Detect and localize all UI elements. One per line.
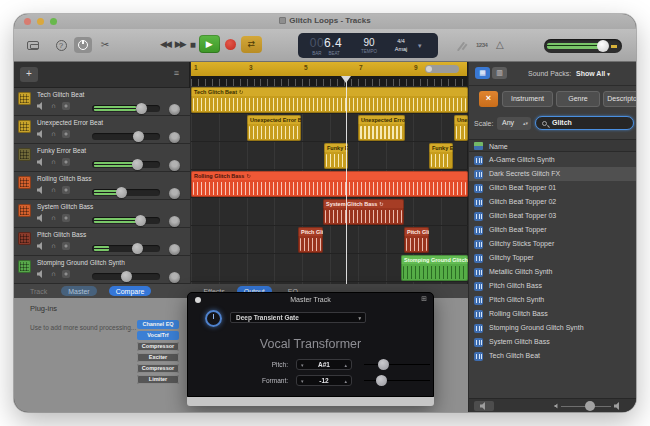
stepper-up-icon[interactable]: ▴ xyxy=(344,378,347,384)
ruler-scroll-handle[interactable] xyxy=(425,65,459,73)
monitor-icon[interactable] xyxy=(62,130,70,138)
mute-icon[interactable] xyxy=(37,102,45,110)
beat-ruler[interactable] xyxy=(191,76,467,86)
track-row[interactable]: System Glitch Bass ∩ xyxy=(14,200,190,228)
pan-knob[interactable] xyxy=(169,272,180,283)
stepper-down-icon[interactable]: ▾ xyxy=(301,362,304,368)
audio-region[interactable]: Tech Glitch Beat↻ xyxy=(191,87,468,113)
track-row[interactable]: Pitch Glitch Bass ∩ xyxy=(14,228,190,256)
loop-item[interactable]: Stomping Ground Glitch Synth xyxy=(469,321,636,335)
master-volume-knob[interactable] xyxy=(597,40,609,52)
plugin-slot-channel-eq[interactable]: Channel EQ xyxy=(137,320,179,329)
cycle-button[interactable]: ⇄ xyxy=(241,36,262,53)
pan-knob[interactable] xyxy=(169,104,180,115)
track-row[interactable]: Stomping Ground Glitch Synth ∩ xyxy=(14,256,190,284)
track-lane[interactable]: System Glitch Bass↻ xyxy=(191,198,468,226)
formant-stepper[interactable]: ▾-12▴ xyxy=(296,375,352,386)
metronome-icon[interactable]: △ xyxy=(496,39,504,50)
loop-item[interactable]: Glitch Beat Topper xyxy=(469,223,636,237)
formant-slider-knob[interactable] xyxy=(376,375,387,386)
cycle-ruler[interactable]: 1 3 5 7 9 xyxy=(191,62,467,76)
mute-icon[interactable] xyxy=(37,242,45,250)
monitor-icon[interactable] xyxy=(62,158,70,166)
volume-slider[interactable] xyxy=(92,161,160,168)
loop-item[interactable]: Tech Glitch Beat xyxy=(469,349,636,363)
scale-dropdown[interactable]: Any▴▾ xyxy=(497,117,531,130)
volume-slider[interactable] xyxy=(92,273,160,280)
track-row[interactable]: Funky Error Beat ∩ xyxy=(14,144,190,172)
solo-icon[interactable]: ∩ xyxy=(51,130,56,138)
preview-mute-button[interactable] xyxy=(474,401,494,411)
lcd-display[interactable]: 006.4 BARBEAT 90 TEMPO 4/4 Amaj ▾ xyxy=(298,33,438,58)
stepper-up-icon[interactable]: ▴ xyxy=(344,362,347,368)
name-column-header[interactable]: Name xyxy=(489,143,508,150)
tab-track[interactable]: Track xyxy=(30,288,47,295)
audio-region[interactable]: Pitch Glitch Bass xyxy=(298,227,323,253)
tab-master[interactable]: Master xyxy=(61,286,96,296)
pitch-slider-knob[interactable] xyxy=(378,359,389,370)
track-row[interactable]: Tech Glitch Beat ∩ xyxy=(14,88,190,116)
pan-knob[interactable] xyxy=(169,216,180,227)
quick-help-button[interactable]: ? xyxy=(52,37,70,53)
plugin-power-button[interactable] xyxy=(205,310,222,327)
audio-region[interactable]: Stomping Ground Glitch Synth xyxy=(401,255,468,281)
mixer-icon[interactable]: ≡ xyxy=(174,68,179,78)
loop-list-header[interactable]: Name xyxy=(469,139,636,152)
pan-knob[interactable] xyxy=(169,132,180,143)
preview-volume-knob[interactable] xyxy=(585,401,595,411)
monitor-icon[interactable] xyxy=(62,186,70,194)
track-row[interactable]: Rolling Glitch Bass ∩ xyxy=(14,172,190,200)
plugin-slot-exciter[interactable]: Exciter xyxy=(137,353,179,362)
volume-slider[interactable] xyxy=(92,217,160,224)
forward-button[interactable]: ▶▶ xyxy=(175,39,185,49)
lcd-chevron-icon[interactable]: ▾ xyxy=(418,42,432,50)
audio-region[interactable]: Unexpected Error Beat xyxy=(247,115,301,141)
track-lane[interactable]: Unexpected Error Beat Unexpected Error B… xyxy=(191,114,468,142)
tab-descriptors[interactable]: Descriptors xyxy=(603,91,636,107)
tuner-icon[interactable] xyxy=(457,42,465,52)
audio-region[interactable]: Pitch Glitch Bass xyxy=(404,227,429,253)
mute-icon[interactable] xyxy=(37,130,45,138)
loop-item[interactable]: Glitchy Topper xyxy=(469,251,636,265)
track-lane[interactable]: Stomping Ground Glitch Synth xyxy=(191,254,468,282)
loop-item[interactable]: Rolling Glitch Bass xyxy=(469,307,636,321)
plugin-slot-compressor2[interactable]: Compressor xyxy=(137,364,179,373)
volume-knob[interactable] xyxy=(135,215,146,226)
audio-region[interactable]: Funky Error Beat xyxy=(324,143,348,169)
loop-item[interactable]: Glitch Beat Topper 01 xyxy=(469,181,636,195)
solo-icon[interactable]: ∩ xyxy=(51,186,56,194)
monitor-icon[interactable] xyxy=(62,214,70,222)
loop-item[interactable]: A-Game Glitch Synth xyxy=(469,153,636,167)
audio-region[interactable]: System Glitch Bass↻ xyxy=(323,199,404,225)
track-lane[interactable]: Pitch Glitch Bass Pitch Glitch Bass xyxy=(191,226,468,254)
sound-packs-dropdown[interactable]: Show All ▾ xyxy=(576,70,610,77)
loop-search-field[interactable]: Glitch xyxy=(535,116,634,130)
track-row[interactable]: Unexpected Error Beat ∩ xyxy=(14,116,190,144)
monitor-icon[interactable] xyxy=(62,270,70,278)
rewind-button[interactable]: ◀◀ xyxy=(160,39,170,49)
loop-item[interactable]: Pitch Glitch Synth xyxy=(469,293,636,307)
volume-slider[interactable] xyxy=(92,133,160,140)
plugin-slot-vocaltrf[interactable]: VocalTrf xyxy=(137,331,179,340)
loop-item[interactable]: System Glitch Bass xyxy=(469,335,636,349)
button-view-toggle[interactable]: ▦ xyxy=(475,67,490,79)
mute-icon[interactable] xyxy=(37,270,45,278)
volume-knob[interactable] xyxy=(132,159,143,170)
plugin-slot-compressor[interactable]: Compressor xyxy=(137,342,179,351)
master-volume-slider[interactable] xyxy=(544,39,622,53)
loop-item[interactable]: Glitchy Sticks Topper xyxy=(469,237,636,251)
audio-region[interactable]: Unexpected Error Beat xyxy=(454,115,468,141)
smart-controls-button[interactable] xyxy=(74,37,92,53)
plugin-link-icon[interactable]: ⊞ xyxy=(421,295,427,303)
loop-item-selected[interactable]: Dark Secrets Glitch FX xyxy=(469,167,636,181)
pan-knob[interactable] xyxy=(169,188,180,199)
volume-slider[interactable] xyxy=(92,189,160,196)
pan-knob[interactable] xyxy=(169,160,180,171)
editors-button[interactable]: ✂ xyxy=(96,37,114,53)
volume-knob[interactable] xyxy=(121,271,132,282)
library-button[interactable] xyxy=(24,37,42,53)
record-button[interactable] xyxy=(225,39,236,50)
track-lane[interactable]: Funky Error Beat Funky Error Beat xyxy=(191,142,468,170)
pitch-stepper[interactable]: ▾A#1▴ xyxy=(296,359,352,370)
loop-item[interactable]: Metallic Glitch Synth xyxy=(469,265,636,279)
